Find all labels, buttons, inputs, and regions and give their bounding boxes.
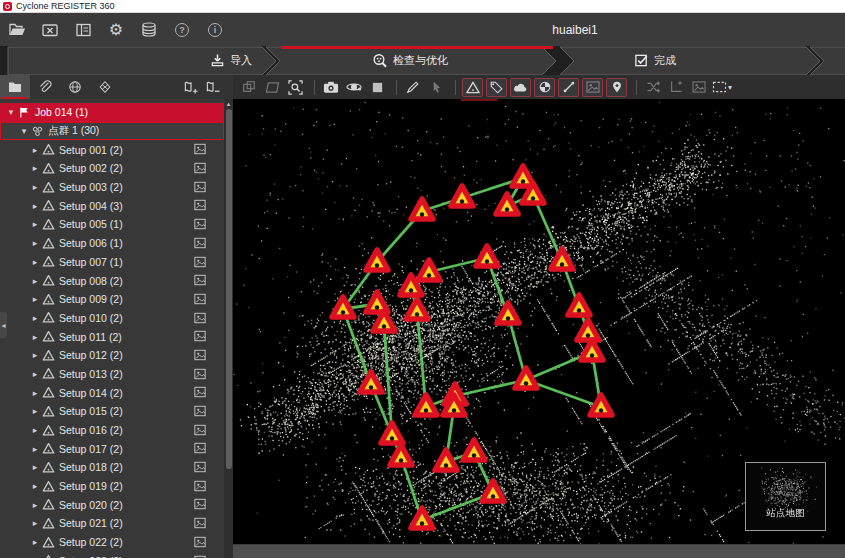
expand-caret-icon[interactable]: ▸ [30, 444, 40, 454]
pointcloud-viewport[interactable]: 站点地图 [233, 99, 845, 545]
setup-marker[interactable] [497, 303, 519, 323]
sitemap-icon[interactable] [90, 75, 120, 99]
expand-caret-icon[interactable]: ▸ [30, 500, 40, 510]
pano-image-icon[interactable] [194, 293, 206, 305]
report-icon[interactable] [74, 21, 92, 39]
select-arrow-icon[interactable] [426, 77, 446, 97]
pano-image-icon[interactable] [194, 274, 206, 286]
settings-gear-icon[interactable]: ⚙ [107, 21, 125, 39]
tree-setup-row[interactable]: ▸Setup 009 (2) [0, 290, 224, 309]
toggle-gps-pin-icon[interactable] [606, 78, 627, 97]
setup-marker[interactable] [568, 295, 590, 315]
expand-caret-icon[interactable]: ▸ [30, 219, 40, 229]
toggle-setups-icon[interactable] [462, 78, 483, 97]
measure-icon[interactable] [403, 77, 423, 97]
pano-image-icon[interactable] [194, 143, 206, 155]
tree-setup-row[interactable]: ▸Setup 022 (2) [0, 533, 224, 552]
panes-icon[interactable] [262, 77, 282, 97]
sidebar-collapse-handle[interactable]: ◂ [0, 312, 7, 338]
dropdown-caret-icon[interactable]: ▾ [728, 83, 732, 92]
tree-setup-row[interactable]: ▸Setup 002 (2) [0, 159, 224, 178]
expand-caret-icon[interactable]: ▸ [30, 350, 40, 360]
tree-setup-row[interactable]: ▸Setup 003 (2) [0, 178, 224, 197]
shuffle-icon[interactable] [643, 77, 663, 97]
collapse-caret-icon[interactable]: ▾ [19, 126, 29, 136]
setup-marker[interactable] [360, 372, 382, 392]
storage-icon[interactable] [140, 21, 158, 39]
pano-image-icon[interactable] [194, 199, 206, 211]
tree-setup-row[interactable]: ▸Setup 005 (1) [0, 215, 224, 234]
tree-setup-row[interactable]: ▸Setup 023 (2) [0, 552, 224, 558]
info-icon[interactable]: i [206, 21, 224, 39]
pano-image-icon[interactable] [194, 368, 206, 380]
tree-setup-row[interactable]: ▸Setup 015 (2) [0, 402, 224, 421]
setup-marker[interactable] [406, 299, 428, 319]
tree-setup-row[interactable]: ▸Setup 004 (3) [0, 196, 224, 215]
tree-setup-row[interactable]: ▸Setup 017 (2) [0, 439, 224, 458]
setup-marker[interactable] [411, 199, 433, 219]
pano-image-icon[interactable] [194, 330, 206, 342]
pano-image-icon[interactable] [194, 218, 206, 230]
remove-bundle-icon[interactable] [205, 80, 221, 95]
toggle-targets-icon[interactable] [534, 78, 555, 97]
image-view-icon[interactable] [689, 77, 709, 97]
tab-import[interactable]: 导入 [210, 46, 252, 75]
expand-caret-icon[interactable]: ▸ [30, 518, 40, 528]
pano-image-icon[interactable] [194, 442, 206, 454]
camera-icon[interactable] [321, 77, 341, 97]
expand-caret-icon[interactable]: ▸ [30, 201, 40, 211]
zoom-selection-icon[interactable] [285, 77, 305, 97]
site-minimap[interactable]: 站点地图 [745, 462, 826, 531]
collapse-caret-icon[interactable]: ▾ [6, 107, 16, 117]
tree-setup-row[interactable]: ▸Setup 020 (2) [0, 495, 224, 514]
square-view-icon[interactable] [367, 77, 387, 97]
setup-marker[interactable] [581, 340, 603, 360]
expand-caret-icon[interactable]: ▸ [30, 369, 40, 379]
orbit-view-icon[interactable] [344, 77, 364, 97]
tree-scrollbar[interactable]: ▴ [224, 99, 233, 558]
tab-review-optimize[interactable]: 检查与优化 [372, 46, 448, 75]
pano-image-icon[interactable] [194, 237, 206, 249]
tree-setup-row[interactable]: ▸Setup 016 (2) [0, 421, 224, 440]
scrollbar-thumb[interactable] [226, 109, 232, 469]
web-icon[interactable] [60, 75, 90, 99]
toggle-labels-icon[interactable] [486, 78, 507, 97]
pano-image-icon[interactable] [194, 555, 206, 558]
pano-image-icon[interactable] [194, 386, 206, 398]
expand-caret-icon[interactable]: ▸ [30, 238, 40, 248]
setup-marker[interactable] [496, 194, 518, 214]
setup-marker[interactable] [476, 246, 498, 266]
help-icon[interactable]: ? [173, 21, 191, 39]
setup-marker[interactable] [463, 440, 485, 460]
setup-marker[interactable] [415, 395, 437, 415]
pano-image-icon[interactable] [194, 312, 206, 324]
copy-icon[interactable] [239, 77, 259, 97]
setup-marker[interactable] [418, 260, 440, 280]
marquee-select-icon[interactable]: ▾ [712, 77, 732, 97]
setup-marker[interactable] [590, 395, 612, 415]
toggle-links-icon[interactable] [558, 78, 579, 97]
scroll-up-icon[interactable]: ▴ [224, 99, 233, 108]
pano-image-icon[interactable] [194, 162, 206, 174]
pano-image-icon[interactable] [194, 424, 206, 436]
close-project-icon[interactable] [41, 21, 59, 39]
expand-caret-icon[interactable]: ▸ [30, 462, 40, 472]
expand-caret-icon[interactable]: ▸ [30, 481, 40, 491]
pano-image-icon[interactable] [194, 498, 206, 510]
pano-image-icon[interactable] [194, 405, 206, 417]
resize-bounds-icon[interactable] [666, 77, 686, 97]
tree-setup-row[interactable]: ▸Setup 008 (2) [0, 271, 224, 290]
tab-finalize[interactable]: 完成 [634, 46, 676, 75]
toggle-pointcloud-icon[interactable] [510, 78, 531, 97]
setup-marker[interactable] [482, 481, 504, 501]
pano-image-icon[interactable] [194, 461, 206, 473]
tree-setup-row[interactable]: ▸Setup 010 (2) [0, 309, 224, 328]
setup-marker[interactable] [577, 320, 599, 340]
toggle-images-icon[interactable] [582, 78, 603, 97]
setup-marker[interactable] [551, 249, 573, 269]
expand-caret-icon[interactable]: ▸ [30, 145, 40, 155]
setup-marker[interactable] [515, 368, 537, 388]
expand-caret-icon[interactable]: ▸ [30, 294, 40, 304]
setup-marker[interactable] [411, 508, 433, 528]
expand-caret-icon[interactable]: ▸ [30, 406, 40, 416]
